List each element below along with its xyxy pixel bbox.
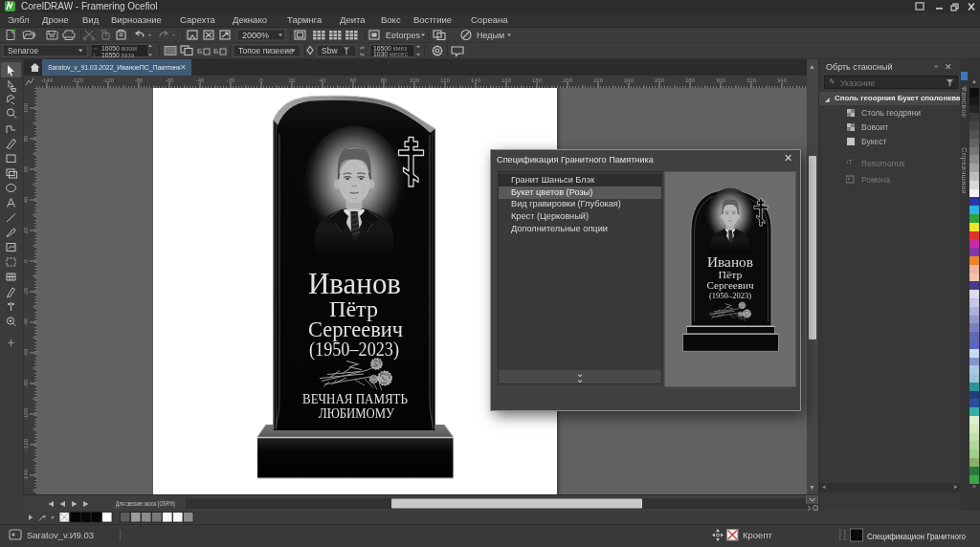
svg-text:300: 300 bbox=[716, 77, 726, 83]
svg-text:Сергеевич: Сергеевич bbox=[707, 280, 755, 291]
svg-text:Столь геодряни: Столь геодряни bbox=[861, 108, 921, 118]
svg-text:320: 320 bbox=[746, 77, 757, 83]
svg-text:240: 240 bbox=[624, 77, 635, 83]
svg-text:Sbw: Sbw bbox=[322, 46, 338, 55]
svg-text:Иванов: Иванов bbox=[308, 267, 401, 300]
svg-text:(1950–2023): (1950–2023) bbox=[709, 291, 751, 300]
svg-text:-140: -140 bbox=[41, 77, 54, 83]
svg-text:220: 220 bbox=[593, 77, 604, 83]
svg-text:Иванов: Иванов bbox=[707, 254, 753, 270]
svg-text:Ромона: Ромона bbox=[861, 175, 890, 185]
svg-text:¹T: ¹T bbox=[846, 159, 853, 165]
svg-text:180: 180 bbox=[532, 77, 543, 83]
svg-text:ЛЮБИМОМУ: ЛЮБИМОМУ bbox=[319, 406, 394, 421]
svg-text:100: 100 bbox=[410, 77, 420, 83]
svg-text:160: 160 bbox=[501, 77, 512, 83]
svg-text:200: 200 bbox=[563, 77, 573, 83]
svg-text:↔: ↔ bbox=[93, 45, 99, 51]
svg-text:60: 60 bbox=[350, 77, 357, 83]
svg-text:340: 340 bbox=[777, 77, 788, 83]
svg-text:-20: -20 bbox=[227, 77, 235, 83]
svg-text:Топое пизееие: Топое пизееие bbox=[238, 46, 294, 55]
svg-text:16550 вкза: 16550 вкза bbox=[101, 52, 135, 58]
svg-text:1030 месес: 1030 месес bbox=[373, 51, 409, 57]
svg-text:Resomonus: Resomonus bbox=[861, 159, 904, 168]
svg-text:Вовоит: Вовоит bbox=[861, 122, 888, 132]
svg-text:120: 120 bbox=[440, 77, 451, 83]
svg-text:260: 260 bbox=[655, 77, 665, 83]
svg-text:Б: Б bbox=[213, 47, 218, 55]
svg-text:⇆: ⇆ bbox=[360, 52, 365, 57]
svg-text:280: 280 bbox=[685, 77, 696, 83]
svg-text:20: 20 bbox=[289, 77, 296, 83]
svg-text:ВЕЧНАЯ ПАМЯТЬ: ВЕЧНАЯ ПАМЯТЬ bbox=[302, 392, 408, 406]
svg-text:↕: ↕ bbox=[93, 52, 96, 57]
svg-text:Букест: Букест bbox=[861, 137, 886, 146]
svg-text:40: 40 bbox=[320, 77, 326, 83]
svg-text:-100: -100 bbox=[102, 77, 115, 83]
svg-text:-60: -60 bbox=[166, 77, 174, 83]
svg-text:(1950–2023): (1950–2023) bbox=[309, 339, 399, 361]
svg-text:Saratov_v.И9.03: Saratov_v.И9.03 bbox=[27, 530, 94, 540]
svg-text:Eetorpes: Eetorpes bbox=[386, 31, 421, 40]
svg-text:2000%: 2000% bbox=[242, 31, 269, 40]
svg-text:0: 0 bbox=[259, 77, 263, 83]
svg-text:Б: Б bbox=[197, 47, 202, 55]
svg-text:Для свеские окооо (ОSR%): Для свеские окооо (ОSR%) bbox=[116, 500, 175, 508]
svg-text:80: 80 bbox=[381, 77, 388, 83]
svg-text:Кроепт: Кроепт bbox=[743, 530, 773, 540]
svg-text:-120: -120 bbox=[72, 77, 84, 83]
svg-text:-40: -40 bbox=[196, 77, 205, 83]
svg-text:Спецификацион Гранитного: Спецификацион Гранитного bbox=[867, 532, 966, 541]
svg-text:Недым: Недым bbox=[477, 31, 504, 40]
svg-text:⇄: ⇄ bbox=[360, 45, 365, 51]
svg-text:Пётр: Пётр bbox=[719, 270, 743, 280]
svg-text:Senaroe: Senaroe bbox=[8, 46, 38, 55]
svg-text:16050 мзом: 16050 мзом bbox=[101, 45, 137, 52]
svg-text:-80: -80 bbox=[135, 77, 144, 83]
svg-text:140: 140 bbox=[471, 77, 481, 83]
